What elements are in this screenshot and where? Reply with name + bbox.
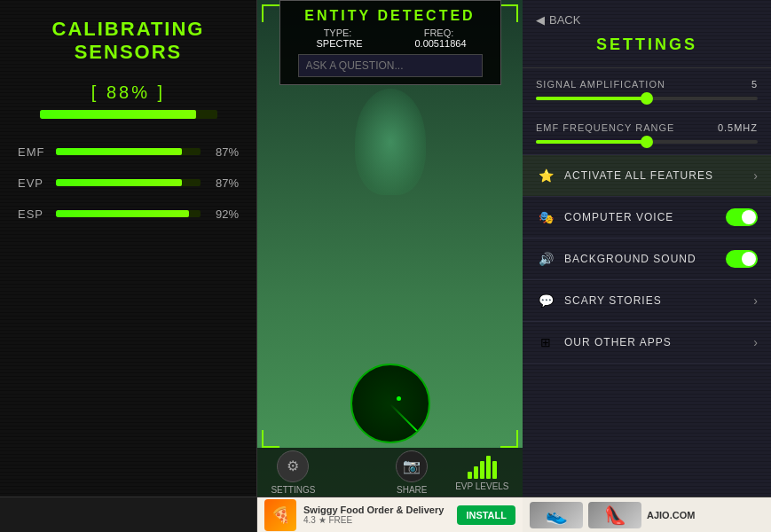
signal-value: 5 — [751, 79, 758, 90]
background-sound-label: BACKGROUND SOUND — [564, 253, 726, 265]
other-apps-item[interactable]: ⊞ OUR OTHER APPS › — [523, 322, 771, 364]
shoe-image: 👟 — [530, 502, 583, 528]
evp-label: EVP — [18, 176, 49, 190]
activate-label: ACTIVATE ALL FEATURES — [564, 169, 753, 182]
right-panel: ◀ BACK SETTINGS SIGNAL AMPLIFICATION 5 E… — [523, 0, 771, 497]
corner-bracket-tr — [500, 4, 518, 22]
emf-slider-thumb — [641, 136, 653, 148]
radar-container — [350, 364, 430, 443]
entity-banner: ENTITY DETECTED TYPE: SPECTRE FREQ: 0.00… — [279, 0, 501, 85]
share-label: SHARE — [397, 485, 427, 495]
signal-amplification-label: SIGNAL AMPLIFICATION — [536, 79, 665, 90]
title-line1: CALIBRATING — [52, 18, 205, 40]
evp-bar-3 — [480, 461, 484, 479]
evp-bars-icon — [468, 454, 497, 479]
ad-text: Swiggy Food Order & Delivery 4.3 ★ FREE — [303, 505, 450, 525]
signal-slider[interactable] — [536, 97, 758, 100]
activate-icon: ⭐ — [536, 166, 555, 185]
computer-voice-toggle-knob — [742, 210, 756, 224]
evp-bar-fill — [56, 179, 182, 186]
type-label: TYPE: SPECTRE — [298, 27, 378, 49]
corner-bracket-tl — [262, 4, 279, 22]
scary-stories-item[interactable]: 💬 SCARY STORIES › — [523, 280, 771, 322]
emf-value-display: 0.5MHZ — [718, 122, 758, 133]
back-arrow-icon: ◀ — [536, 13, 545, 27]
ad-right: 👟 👠 AJIO.COM — [523, 497, 771, 532]
emf-slider-fill — [536, 140, 647, 144]
radar-dot — [397, 396, 401, 401]
evp-levels-button[interactable]: EVP LEVELS — [455, 454, 508, 491]
back-button[interactable]: ◀ BACK — [523, 9, 771, 35]
entity-meta: TYPE: SPECTRE FREQ: 0.00511864 — [298, 27, 483, 49]
background-sound-icon: 🔊 — [536, 249, 555, 269]
ad-install-button[interactable]: INSTALL — [457, 505, 515, 525]
scary-stories-arrow-icon: › — [753, 293, 758, 308]
corner-bracket-br — [500, 430, 518, 448]
ask-question-input[interactable] — [298, 54, 483, 77]
other-apps-arrow-icon: › — [753, 335, 758, 349]
center-bottom-toolbar: ⚙ SETTINGS 📷 SHARE EVP LEVELS — [257, 448, 523, 497]
esp-bar-fill — [56, 210, 189, 217]
percentage-display: [ 88% ] — [91, 82, 165, 103]
emf-sensor-row: EMF 87% — [18, 145, 239, 159]
evp-bar-2 — [474, 466, 478, 479]
signal-slider-thumb — [641, 92, 653, 105]
radar-sweep — [389, 403, 418, 432]
activate-all-features-item[interactable]: ⭐ ACTIVATE ALL FEATURES › — [523, 155, 771, 197]
emf-slider[interactable] — [536, 140, 758, 144]
computer-voice-icon: 🎭 — [536, 207, 555, 227]
emf-frequency-label: EMF FREQUENCY RANGE — [536, 122, 674, 133]
signal-slider-fill — [536, 97, 647, 100]
back-label: BACK — [549, 13, 580, 27]
esp-value: 92% — [208, 207, 239, 221]
background-sound-toggle[interactable] — [726, 250, 758, 268]
signal-amplification-section: SIGNAL AMPLIFICATION 5 — [523, 68, 771, 112]
left-panel: CALIBRATING SENSORS [ 88% ] EMF 87% EVP … — [0, 0, 257, 497]
esp-bar — [56, 210, 201, 217]
emf-bar — [56, 148, 201, 155]
settings-button[interactable]: ⚙ SETTINGS — [271, 450, 315, 495]
other-apps-icon: ⊞ — [536, 332, 555, 352]
scary-stories-icon: 💬 — [536, 291, 555, 310]
computer-voice-toggle[interactable] — [726, 208, 758, 226]
shoe-image-2: 👠 — [588, 502, 641, 528]
ad-food-image: 🍕 — [264, 499, 296, 531]
ad-rating: 4.3 ★ FREE — [303, 515, 450, 525]
entity-title: ENTITY DETECTED — [298, 8, 483, 24]
esp-label: ESP — [18, 207, 49, 221]
share-button[interactable]: 📷 SHARE — [396, 450, 428, 495]
center-panel: ENTITY DETECTED TYPE: SPECTRE FREQ: 0.00… — [257, 0, 523, 497]
share-icon: 📷 — [396, 450, 428, 482]
evp-bar-5 — [492, 461, 497, 479]
background-sound-item[interactable]: 🔊 BACKGROUND SOUND — [523, 239, 771, 280]
scary-stories-label: SCARY STORIES — [564, 294, 753, 307]
gear-icon: ⚙ — [277, 450, 309, 482]
ad-center: 🍕 Swiggy Food Order & Delivery 4.3 ★ FRE… — [257, 497, 523, 532]
freq-label: FREQ: 0.00511864 — [396, 27, 483, 49]
radar-circle — [350, 364, 430, 443]
ad-left — [0, 497, 257, 532]
signal-label-row: SIGNAL AMPLIFICATION 5 — [536, 79, 758, 90]
other-apps-label: OUR OTHER APPS — [564, 336, 753, 348]
settings-title: SETTINGS — [523, 35, 771, 68]
main-progress-fill — [40, 110, 196, 119]
activate-arrow-icon: › — [753, 168, 758, 183]
esp-sensor-row: ESP 92% — [18, 207, 239, 221]
ad-app-name: Swiggy Food Order & Delivery — [303, 505, 450, 515]
evp-sensor-row: EVP 87% — [18, 176, 239, 190]
evp-bar-1 — [468, 472, 472, 479]
evp-value: 87% — [208, 176, 239, 190]
title-line2: SENSORS — [75, 41, 183, 63]
background-sound-toggle-knob — [742, 252, 756, 266]
emf-label: EMF — [18, 145, 49, 159]
emf-value: 87% — [208, 145, 239, 159]
main-progress-bar — [40, 110, 217, 119]
ad-brand: AJIO.COM — [647, 510, 695, 520]
evp-bar — [56, 179, 201, 186]
emf-frequency-section: EMF FREQUENCY RANGE 0.5MHZ — [523, 112, 771, 155]
computer-voice-item[interactable]: 🎭 COMPUTER VOICE — [523, 197, 771, 239]
computer-voice-label: COMPUTER VOICE — [564, 211, 726, 223]
ghost-body — [355, 89, 426, 195]
settings-label: SETTINGS — [271, 485, 315, 495]
evp-label: EVP LEVELS — [455, 481, 508, 491]
